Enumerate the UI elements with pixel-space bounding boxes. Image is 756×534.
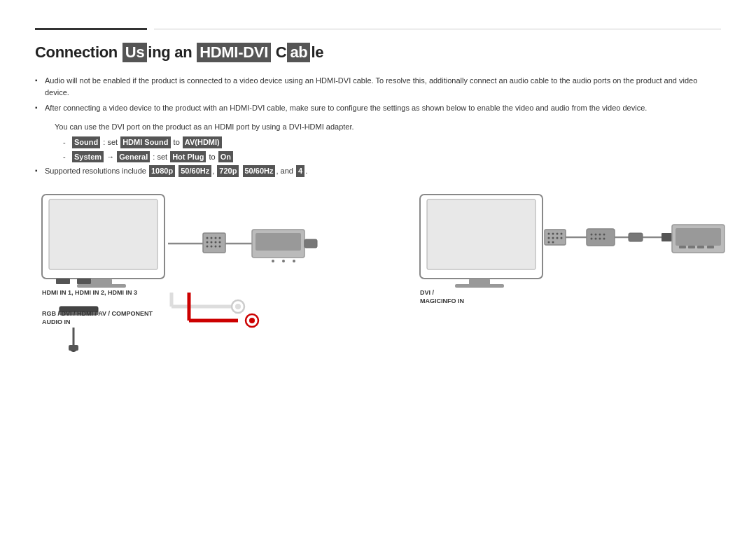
main-bullet-list: Audio will not be enabled if the product… [35,75,721,114]
left-diagram-area: HDMI IN 1, HDMI IN 2, HDMI IN 3 [35,191,371,387]
svg-point-54 [548,237,550,239]
res-4: 4 [296,165,304,177]
svg-point-69 [603,237,606,239]
title-highlight-2: HDMI-DVI [197,43,271,62]
sub-bullet-list: Sound : set HDMI Sound to AV(HDMI) Syste… [35,136,721,162]
hdmi-value-highlight: AV(HDMI) [183,136,222,148]
top-decorative-lines [35,28,721,30]
sound-highlight: Sound [72,136,100,148]
svg-point-26 [293,260,295,262]
system-highlight: System [72,151,104,163]
title-highlight-3: ab [287,43,310,62]
svg-point-24 [272,260,274,262]
svg-rect-61 [587,229,615,246]
hotplug-value-highlight: On [218,151,233,163]
svg-rect-73 [662,233,672,241]
top-line-dark [35,28,147,30]
svg-text:DVI /: DVI / [420,289,435,296]
svg-point-9 [206,237,209,239]
indent-text: You can use the DVI port on the product … [35,121,721,133]
sub-bullet-system: System → General : set Hot Plug to On [63,151,721,163]
svg-point-50 [548,232,550,234]
svg-point-67 [599,237,601,239]
page-title: Connection Using an HDMI-DVI Cable [35,43,721,62]
svg-rect-75 [676,228,721,246]
right-diagram-svg: DVI / MAGICINFO IN [413,191,749,380]
right-diagram: DVI / MAGICINFO IN [413,191,749,387]
svg-point-62 [591,233,593,235]
svg-point-66 [595,237,597,239]
svg-rect-77 [688,246,695,248]
right-diagram-area: DVI / MAGICINFO IN [413,191,749,387]
left-diagram-svg: HDMI IN 1, HDMI IN 2, HDMI IN 3 [35,191,371,380]
svg-rect-1 [49,199,158,269]
svg-rect-8 [203,233,225,253]
svg-point-33 [235,304,241,309]
svg-text:HDMI IN 1, HDMI IN 2, HDMI IN : HDMI IN 1, HDMI IN 2, HDMI IN 3 [42,289,137,296]
svg-point-20 [219,245,221,247]
svg-point-16 [219,241,221,243]
bullet-item-2: After connecting a video device to the p… [35,102,721,114]
svg-point-65 [591,237,593,239]
svg-point-63 [595,233,597,235]
svg-point-15 [215,241,217,243]
top-line-light [154,29,721,29]
svg-point-10 [211,237,213,239]
svg-point-18 [211,245,213,247]
svg-rect-46 [455,284,504,288]
bullet-item-1: Audio will not be enabled if the product… [35,75,721,98]
svg-point-59 [552,241,554,243]
svg-point-56 [556,237,559,239]
svg-point-68 [603,233,606,235]
svg-rect-79 [707,246,714,248]
svg-point-52 [556,232,559,234]
svg-point-14 [211,241,213,243]
res-720-50-60: 50/60Hz [243,165,276,177]
svg-point-12 [219,237,221,239]
svg-point-25 [282,260,285,262]
title-highlight-1: Us [122,43,148,62]
svg-rect-44 [427,199,536,269]
svg-rect-76 [679,246,686,248]
svg-point-53 [561,232,563,234]
svg-rect-4 [56,279,70,284]
svg-point-11 [215,237,217,239]
svg-rect-23 [255,233,301,251]
svg-text:AUDIO IN: AUDIO IN [42,318,71,325]
svg-rect-5 [77,279,91,284]
svg-point-57 [561,237,563,239]
svg-point-19 [215,245,217,247]
resolution-bullet: Supported resolutions include 1080p 50/6… [35,165,721,177]
svg-rect-71 [629,233,643,241]
hotplug-highlight: Hot Plug [170,151,206,163]
res-50-60: 50/60Hz [178,165,211,177]
svg-point-55 [552,237,554,239]
svg-rect-40 [69,345,78,351]
svg-point-13 [206,241,209,243]
svg-rect-78 [697,246,704,248]
left-diagram: HDMI IN 1, HDMI IN 2, HDMI IN 3 [35,191,371,387]
hdmi-sound-highlight: HDMI Sound [120,136,170,148]
svg-point-35 [249,318,255,323]
svg-rect-49 [545,230,566,245]
sub-bullet-sound: Sound : set HDMI Sound to AV(HDMI) [63,136,721,148]
svg-point-64 [599,233,601,235]
svg-point-17 [206,245,209,247]
resolution-bullet-list: Supported resolutions include 1080p 50/6… [35,165,721,177]
svg-point-58 [548,241,550,243]
diagrams-container: HDMI IN 1, HDMI IN 2, HDMI IN 3 [35,191,721,387]
svg-text:RGB / DVI / HDMI / AV / COMPON: RGB / DVI / HDMI / AV / COMPONENT [42,310,153,317]
general-highlight: General [117,151,150,163]
res-720p: 720p [217,165,239,177]
svg-text:MAGICINFO IN: MAGICINFO IN [420,297,464,304]
res-1080p: 1080p [149,165,175,177]
svg-point-51 [552,232,554,234]
svg-rect-27 [304,239,317,248]
svg-rect-3 [77,284,126,288]
